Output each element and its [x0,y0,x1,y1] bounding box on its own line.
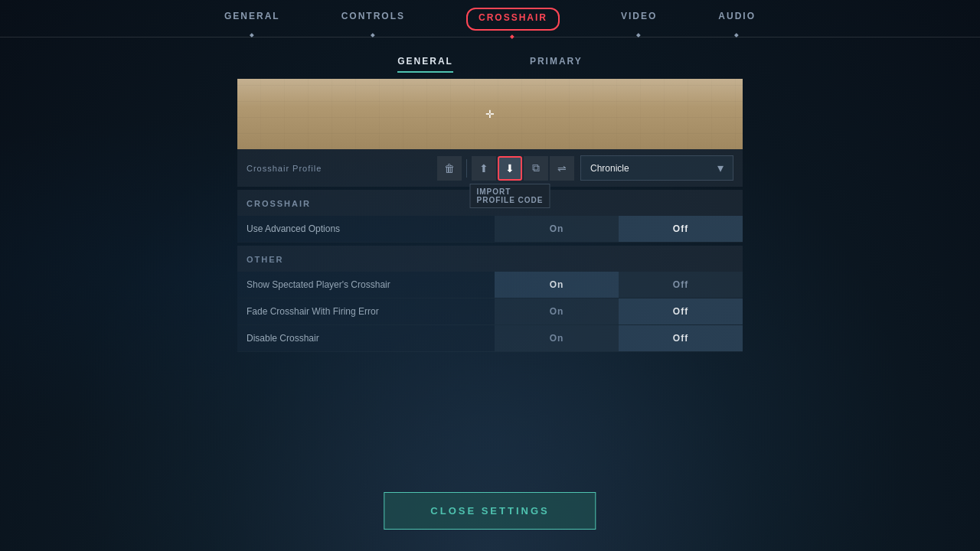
use-advanced-options-label: Use Advanced Options [237,216,495,242]
profile-icons: 🗑 ⬆ ⬇ IMPORTPROFILE CODE ⧉ ⇌ [437,156,574,181]
sub-nav-general[interactable]: GENERAL [397,56,453,73]
fade-crosshair-off[interactable]: Off [619,298,743,324]
nav-crosshair[interactable]: CROSSHAIR [466,8,560,31]
disable-crosshair-label: Disable Crosshair [237,325,495,351]
disable-crosshair-off[interactable]: Off [619,325,743,351]
nav-audio[interactable]: AUDIO [718,11,756,28]
other-section-title: OTHER [247,255,284,264]
import-profile-button[interactable]: ⬇ [498,156,522,181]
icon-separator [466,159,467,178]
fade-crosshair-on[interactable]: On [495,298,619,324]
delete-profile-button[interactable]: 🗑 [437,156,462,181]
export-profile-button[interactable]: ⬆ [472,156,496,181]
fade-crosshair-options: On Off [495,298,743,324]
nav-controls[interactable]: CONTROLS [341,11,405,28]
delete-icon: 🗑 [444,162,455,174]
crosshair-preview: ✛ [237,79,743,149]
fade-crosshair-row: Fade Crosshair With Firing Error On Off [237,298,743,325]
show-spectated-crosshair-label: Show Spectated Player's Crosshair [237,272,495,298]
import-wrapper: ⬇ IMPORTPROFILE CODE [498,156,522,181]
profile-dropdown[interactable]: Chronicle ▾ [580,155,733,181]
disable-crosshair-options: On Off [495,325,743,351]
settings-container: CROSSHAIR Use Advanced Options On Off OT… [237,190,743,352]
use-advanced-options-options: On Off [495,216,743,242]
close-settings-button[interactable]: CLOSE SETTINGS [384,492,596,530]
chevron-down-icon: ▾ [717,161,724,175]
sub-nav-primary[interactable]: PRIMARY [530,56,583,73]
disable-crosshair-row: Disable Crosshair On Off [237,325,743,352]
show-spectated-crosshair-options: On Off [495,272,743,298]
import-icon: ⬇ [505,162,514,174]
share-profile-button[interactable]: ⇌ [550,156,574,181]
disable-crosshair-on[interactable]: On [495,325,619,351]
copy-icon: ⧉ [532,161,540,174]
use-advanced-options-on[interactable]: On [495,216,619,242]
crosshair-preview-icon: ✛ [485,109,495,119]
close-settings-container: CLOSE SETTINGS [384,492,596,530]
profile-bar: Crosshair Profile 🗑 ⬆ ⬇ IMPORTPROFILE CO… [237,149,743,187]
show-spectated-crosshair-on[interactable]: On [495,272,619,298]
nav-video[interactable]: VIDEO [621,11,657,28]
profile-name: Chronicle [590,163,629,174]
use-advanced-options-row: Use Advanced Options On Off [237,216,743,243]
export-icon: ⬆ [479,162,488,174]
use-advanced-options-off[interactable]: Off [619,216,743,242]
top-navigation: GENERAL CONTROLS CROSSHAIR VIDEO AUDIO [0,0,980,31]
profile-label: Crosshair Profile [247,164,437,173]
copy-profile-button[interactable]: ⧉ [524,156,548,181]
sub-navigation: GENERAL PRIMARY [0,37,980,79]
show-spectated-crosshair-row: Show Spectated Player's Crosshair On Off [237,272,743,298]
nav-general[interactable]: GENERAL [224,11,280,28]
other-section-header: OTHER [237,246,743,272]
show-spectated-crosshair-off[interactable]: Off [619,272,743,298]
share-icon: ⇌ [557,162,567,174]
crosshair-section-title: CROSSHAIR [247,199,311,208]
import-tooltip: IMPORTPROFILE CODE [469,184,550,208]
fade-crosshair-label: Fade Crosshair With Firing Error [237,298,495,324]
